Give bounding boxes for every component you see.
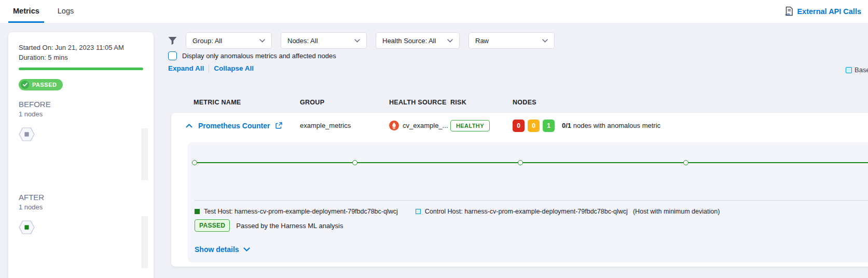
chevron-down-icon: [243, 247, 250, 252]
baseline-label: Base: [855, 66, 868, 74]
metrics-table-header: METRIC NAME GROUP HEALTH SOURCE RISK NOD…: [168, 99, 868, 106]
test-host-label: Test Host: harness-cv-prom-example-deplo…: [204, 208, 398, 215]
analysis-status-badge: PASSED: [195, 219, 230, 232]
health-source-name: cv_example_...: [403, 122, 448, 129]
chevron-down-icon: [259, 39, 265, 43]
column-health-source: HEALTH SOURCE: [389, 99, 450, 106]
nodes-filter-dropdown[interactable]: Nodes: All: [281, 32, 367, 49]
anomalous-metrics-checkbox[interactable]: [168, 51, 177, 60]
verification-summary-card: Started On: Jun 21, 2023 11:05 AM Durati…: [8, 32, 154, 278]
control-host-label: Control Host: harness-cv-prom-example-de…: [425, 208, 628, 215]
anomalous-count-chip-amber: 0: [528, 120, 540, 132]
health-source-filter-dropdown[interactable]: Health Source: All: [376, 32, 460, 49]
expand-all-link[interactable]: Expand All: [168, 64, 204, 72]
check-icon: [21, 81, 29, 89]
group-filter-value: Group: All: [192, 37, 222, 45]
show-details-link[interactable]: Show details: [195, 245, 250, 254]
risk-status-badge: HEALTHY: [450, 120, 490, 131]
column-nodes: NODES: [513, 99, 868, 106]
verification-status-label: PASSED: [32, 82, 57, 88]
analysis-status-text: Passed by the Harness ML analysis: [236, 222, 343, 230]
external-link-icon[interactable]: [275, 122, 282, 129]
legend-control-host: Control Host: harness-cv-prom-example-de…: [416, 208, 720, 215]
external-api-calls-label: External API Calls: [797, 7, 861, 16]
nodes-ratio: 0/1: [562, 122, 571, 129]
chart-legend: Test Host: harness-cv-prom-example-deplo…: [195, 208, 720, 215]
before-scrollbar-track[interactable]: [142, 128, 148, 180]
collapse-row-chevron-icon[interactable]: [186, 124, 192, 128]
filter-row: Group: All Nodes: All Health Source: All…: [168, 32, 555, 49]
metric-details-panel: Test Host: harness-cv-prom-example-deplo…: [188, 142, 868, 262]
metric-name-link[interactable]: Prometheus Counter: [198, 122, 270, 130]
prometheus-icon: [389, 121, 399, 130]
before-node-count: 1 nodes: [19, 110, 143, 118]
verification-status-badge: PASSED: [19, 79, 63, 90]
anomalous-filter-row: Display only anomalous metrics and affec…: [168, 51, 336, 60]
verification-progress-bar: [19, 68, 143, 70]
group-filter-dropdown[interactable]: Group: All: [186, 32, 272, 49]
duration-text: Duration: 5 mins: [19, 52, 143, 62]
control-host-note: (Host with minimum deviation): [633, 208, 720, 215]
nodes-cell: 0 0 1 0/1 nodes with anomalous metric: [513, 120, 868, 132]
show-details-label: Show details: [195, 245, 239, 254]
tab-metrics[interactable]: Metrics: [8, 0, 44, 23]
nodes-summary: 0/1 nodes with anomalous metric: [562, 122, 660, 129]
tab-bar: Metrics Logs: [8, 0, 78, 23]
chart-data-point[interactable]: [683, 160, 688, 165]
after-node-count: 1 nodes: [19, 203, 143, 211]
metric-group-cell: example_metrics: [300, 122, 389, 129]
chart-data-point[interactable]: [518, 160, 523, 165]
before-title: BEFORE: [19, 100, 143, 109]
nodes-summary-text: nodes with anomalous metric: [573, 122, 660, 129]
collapse-all-link[interactable]: Collapse All: [214, 64, 254, 72]
data-type-dropdown[interactable]: Raw: [469, 32, 555, 49]
anomalous-count-chip-green: 1: [543, 120, 555, 132]
control-host-swatch: [416, 209, 421, 214]
analysis-result-row: PASSED Passed by the Harness ML analysis: [195, 219, 343, 232]
metric-chart[interactable]: [188, 142, 868, 201]
column-group: GROUP: [300, 99, 389, 106]
before-section: BEFORE 1 nodes: [19, 100, 143, 143]
chart-series-line: [195, 162, 868, 163]
baseline-legend: Base: [846, 66, 868, 74]
svg-text:API: API: [786, 13, 791, 16]
column-metric-name: METRIC NAME: [194, 99, 300, 106]
health-source-cell: cv_example_...: [389, 121, 450, 130]
metric-row-card: Prometheus Counter example_metrics cv_e: [171, 113, 868, 267]
expand-collapse-row: Expand All Collapse All: [168, 64, 254, 72]
nodes-filter-value: Nodes: All: [287, 37, 318, 45]
divider: [209, 64, 209, 72]
after-node-hexagon[interactable]: [19, 220, 143, 236]
anomalous-count-chip-red: 0: [513, 120, 525, 132]
before-node-hexagon[interactable]: [19, 127, 143, 143]
data-type-value: Raw: [475, 37, 489, 45]
after-section: AFTER 1 nodes: [19, 193, 143, 236]
api-document-icon: API: [784, 6, 793, 16]
after-title: AFTER: [19, 193, 143, 202]
metric-row-header: Prometheus Counter example_metrics cv_e: [171, 113, 868, 138]
health-source-filter-value: Health Source: All: [382, 37, 436, 45]
chart-x-axis: [195, 200, 868, 201]
test-host-swatch: [195, 209, 200, 214]
after-scrollbar-track[interactable]: [142, 216, 148, 268]
tab-logs[interactable]: Logs: [53, 0, 78, 23]
chart-data-point[interactable]: [352, 160, 357, 165]
baseline-checkbox[interactable]: [846, 67, 852, 73]
chevron-down-icon: [542, 39, 548, 43]
legend-test-host: Test Host: harness-cv-prom-example-deplo…: [195, 208, 398, 215]
filter-funnel-icon: [168, 36, 177, 45]
risk-cell: HEALTHY: [450, 120, 513, 131]
external-api-calls-link[interactable]: API External API Calls: [784, 6, 861, 16]
anomalous-metrics-label: Display only anomalous metrics and affec…: [182, 52, 336, 60]
started-on-text: Started On: Jun 21, 2023 11:05 AM: [19, 43, 143, 52]
chevron-down-icon: [447, 39, 453, 43]
chevron-down-icon: [354, 39, 360, 43]
chart-data-point[interactable]: [192, 160, 197, 165]
column-risk: RISK: [450, 99, 513, 106]
top-bar: Metrics Logs API External API Calls: [0, 0, 868, 23]
